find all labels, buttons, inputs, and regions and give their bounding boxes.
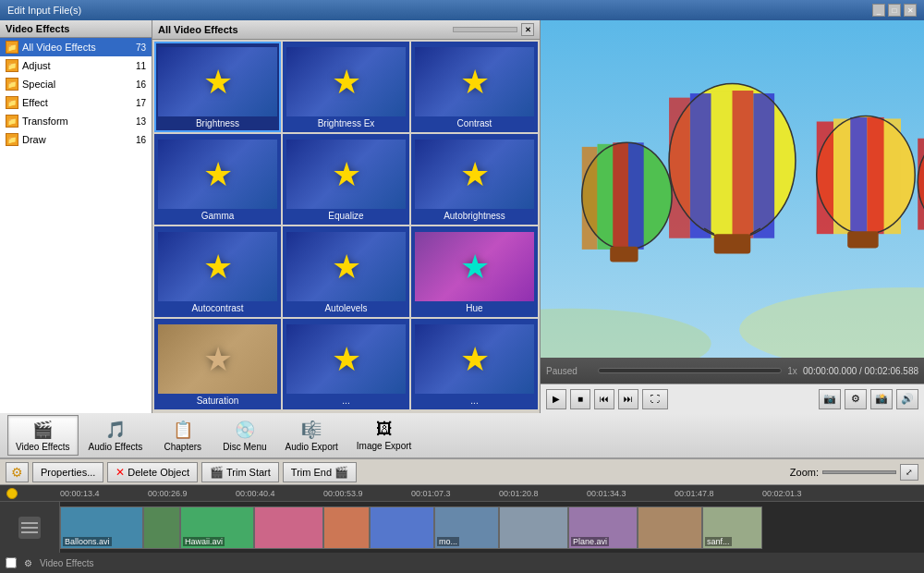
svg-rect-20 [847, 231, 878, 248]
track-icon [17, 515, 43, 541]
category-item-special[interactable]: 📁 Special 16 [0, 75, 152, 93]
clip-label: mo... [437, 537, 459, 546]
effect-item-Contrast[interactable]: ★ Contrast [411, 42, 538, 132]
timeline-bottom-icon: ⚙ [24, 558, 32, 568]
progress-bar[interactable] [598, 368, 782, 373]
effect-item-Hue[interactable]: ★ Hue [411, 226, 538, 317]
trim-start-button[interactable]: 🎬 Trim Start [201, 462, 279, 482]
effect-item-Gamma[interactable]: ★ Gamma [154, 134, 281, 225]
svg-rect-31 [613, 142, 628, 250]
effect-item-Equalize[interactable]: ★ Equalize [283, 134, 409, 225]
minimize-button[interactable]: _ [872, 4, 885, 17]
timeline-clip[interactable] [254, 506, 323, 549]
trim-end-button[interactable]: Trim End 🎬 [283, 462, 357, 482]
timeline-clip[interactable] [323, 506, 370, 549]
effects-close-icon[interactable]: ✕ [521, 23, 534, 36]
camera-icon-button[interactable]: 📸 [870, 389, 893, 409]
delete-button[interactable]: ✕ Delete Object [107, 462, 198, 482]
effects-grid-container[interactable]: ★ Brightness ★ Brightness Ex ★ Contrast … [152, 40, 540, 413]
effects-grid: ★ Brightness ★ Brightness Ex ★ Contrast … [154, 42, 538, 409]
properties-icon-button[interactable]: ⚙ [6, 462, 29, 482]
clip-label: Balloons.avi [63, 537, 112, 546]
properties-button[interactable]: Properties... [32, 462, 103, 482]
timeline-clip[interactable] [638, 506, 702, 549]
playhead-marker[interactable] [6, 488, 18, 499]
category-item-all[interactable]: 📁 All Video Effects 73 [0, 38, 152, 56]
prev-button[interactable]: ⏮ [594, 389, 614, 409]
toolbar-btn-audio-export[interactable]: 🎼 Audio Export [277, 415, 346, 456]
category-item-transform[interactable]: 📁 Transform 13 [0, 112, 152, 130]
effects-scrollbar[interactable] [453, 27, 517, 32]
timeline-clip[interactable] [370, 506, 434, 549]
category-item-effect[interactable]: 📁 Effect 17 [0, 93, 152, 112]
effect-item-Autolevels[interactable]: ★ Autolevels [283, 226, 409, 317]
timeline-clip[interactable]: sanf... [702, 506, 762, 549]
star-icon-1: ★ [332, 66, 361, 99]
timeline-bottom-checkbox[interactable] [6, 557, 17, 568]
toolbar-btn-video-effects[interactable]: 🎬 Video Effects [7, 415, 79, 456]
timeline-clip[interactable] [143, 506, 180, 549]
timeline-clip[interactable]: mo... [434, 506, 499, 549]
next-button[interactable]: ⏭ [618, 389, 638, 409]
stop-button[interactable]: ■ [570, 389, 590, 409]
svg-rect-36 [21, 522, 38, 524]
category-list: 📁 All Video Effects 73 📁 Adjust 11 📁 Spe… [0, 38, 152, 413]
category-count-all: 73 [136, 43, 146, 53]
fullscreen-button[interactable]: ⛶ [642, 389, 668, 409]
toolbar-icon-audio-export: 🎼 [300, 420, 322, 440]
timeline-clip[interactable] [499, 506, 568, 549]
toolbar-icon-audio-effects: 🎵 [104, 420, 127, 440]
effect-item-...[interactable]: ★ ... [283, 319, 409, 409]
category-name-adjust: Adjust [22, 60, 132, 71]
category-count-effect: 17 [136, 98, 146, 108]
toolbar-btn-audio-effects[interactable]: 🎵 Audio Effects [80, 415, 152, 456]
effect-item-...[interactable]: ★ ... [411, 319, 538, 409]
svg-rect-6 [711, 91, 733, 238]
toolbar-label-disc-menu: Disc Menu [223, 442, 266, 452]
timeline-clip[interactable]: Hawaii.avi [180, 506, 254, 549]
effect-item-Autobrightness[interactable]: ★ Autobrightness [411, 134, 538, 225]
toolbar-label-audio-export: Audio Export [286, 442, 338, 452]
close-button[interactable]: ✕ [904, 4, 917, 17]
category-item-adjust[interactable]: 📁 Adjust 11 [0, 56, 152, 75]
effect-item-Saturation[interactable]: ★ Saturation [154, 319, 281, 409]
effect-thumbnail-1: ★ [286, 47, 406, 116]
toolbar-btn-disc-menu[interactable]: 💿 Disc Menu [214, 415, 274, 456]
toolbar-label-video-effects: Video Effects [16, 442, 70, 452]
category-icon-special: 📁 [6, 78, 18, 91]
zoom-slider[interactable] [822, 470, 896, 474]
category-count-draw: 16 [136, 135, 146, 145]
effect-item-Brightness Ex[interactable]: ★ Brightness Ex [283, 42, 409, 132]
zoom-control: Zoom: ⤢ [790, 464, 918, 481]
timeline-clip[interactable]: Plane.avi [568, 506, 638, 549]
effect-item-Brightness[interactable]: ★ Brightness [154, 42, 281, 132]
effect-item-Autocontrast[interactable]: ★ Autocontrast [154, 226, 281, 317]
timeline-track: Balloons.aviHawaii.avimo...Plane.avisanf… [0, 502, 924, 553]
effect-name-4: Equalize [326, 211, 365, 221]
toolbar: 🎬 Video Effects 🎵 Audio Effects 📋 Chapte… [0, 413, 924, 459]
ruler-mark: 00:01:47.8 [675, 489, 762, 498]
toolbar-btn-image-export[interactable]: 🖼 Image Export [348, 415, 419, 456]
zoom-expand-button[interactable]: ⤢ [900, 464, 918, 481]
toolbar-icon-disc-menu: 💿 [234, 420, 256, 440]
timeline-clip[interactable]: Balloons.avi [60, 506, 143, 549]
effect-name-8: Hue [464, 303, 484, 313]
effect-thumbnail-10: ★ [286, 324, 406, 394]
audio-icon-button[interactable]: 🔊 [896, 389, 918, 409]
effect-thumbnail-5: ★ [415, 140, 534, 209]
delete-label: Delete Object [128, 467, 189, 478]
star-icon-0: ★ [203, 66, 233, 99]
effect-name-2: Contrast [456, 118, 494, 128]
maximize-button[interactable]: □ [888, 4, 901, 17]
settings-icon-button[interactable]: ⚙ [845, 389, 867, 409]
effect-thumbnail-0: ★ [158, 47, 277, 116]
ruler-mark: 00:01:20.8 [499, 489, 587, 498]
category-item-draw[interactable]: 📁 Draw 16 [0, 130, 152, 149]
toolbar-btn-chapters[interactable]: 📋 Chapters [152, 415, 213, 456]
star-icon-3: ★ [203, 158, 233, 191]
play-button[interactable]: ▶ [546, 389, 566, 409]
effect-name-1: Brightness Ex [316, 118, 377, 128]
toolbar-label-audio-effects: Audio Effects [89, 442, 143, 452]
snapshot-icon-button[interactable]: 📷 [819, 389, 841, 409]
svg-rect-16 [850, 117, 867, 234]
